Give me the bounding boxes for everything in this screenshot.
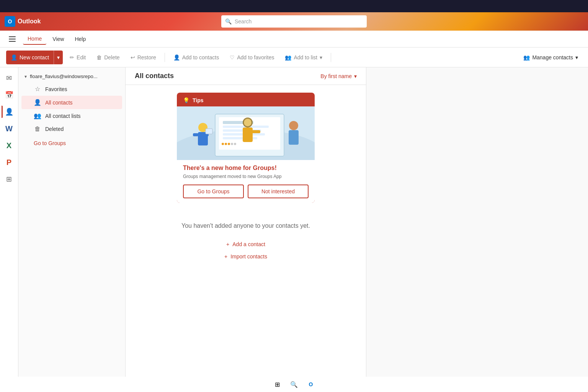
main-layout: ✉ 📅 👤 W X P ⊞ ▾ floare_flavius@windowsre… — [0, 67, 588, 392]
restore-icon: ↩ — [131, 54, 135, 60]
rail-word[interactable]: W — [2, 121, 17, 136]
sort-button[interactable]: By first name ▾ — [320, 73, 357, 79]
content-header: All contacts By first name ▾ — [126, 67, 366, 85]
svg-point-13 — [234, 143, 236, 145]
sidebar-item-all-contacts[interactable]: 👤 All contacts — [21, 96, 122, 109]
go-to-groups-button[interactable]: Go to Groups — [183, 185, 244, 198]
taskbar: ⊞ 🔍 O — [0, 377, 588, 392]
app-name: Outlook — [18, 18, 41, 25]
nav-bar: Home View Help — [0, 31, 588, 47]
tips-header-label: Tips — [193, 97, 204, 103]
go-to-groups-label: Go to Groups — [34, 140, 66, 146]
nav-help[interactable]: Help — [70, 34, 90, 44]
manage-chevron-icon: ▾ — [575, 54, 578, 60]
favorites-icon: ♡ — [230, 54, 235, 60]
svg-rect-20 — [243, 127, 253, 142]
rail-excel[interactable]: X — [2, 138, 17, 153]
list-icon: 👥 — [285, 54, 291, 60]
restore-button[interactable]: ↩ Restore — [127, 52, 160, 63]
icon-rail: ✉ 📅 👤 W X P ⊞ — [0, 67, 18, 392]
toolbar: 👤 New contact ▾ ✏ Edit 🗑 Delete ↩ Restor… — [0, 47, 588, 67]
rail-contacts[interactable]: 👤 — [2, 104, 17, 119]
sort-label: By first name — [320, 73, 352, 79]
sidebar-all-contacts-label: All contacts — [45, 100, 73, 106]
delete-label: Delete — [104, 54, 119, 60]
svg-point-10 — [225, 143, 227, 145]
restore-label: Restore — [137, 54, 156, 60]
favorites-icon: ☆ — [34, 85, 41, 93]
add-to-list-button[interactable]: 👥 Add to list ▾ — [281, 52, 326, 63]
add-to-favorites-button[interactable]: ♡ Add to favorites — [226, 52, 278, 63]
edit-label: Edit — [77, 54, 86, 60]
rail-powerpoint[interactable]: P — [2, 155, 17, 170]
rail-mail[interactable]: ✉ — [2, 70, 17, 86]
not-interested-button[interactable]: Not interested — [248, 185, 309, 198]
sidebar-item-all-lists[interactable]: 👥 All contact lists — [21, 109, 122, 122]
all-lists-icon: 👥 — [34, 112, 41, 119]
search-placeholder: Search — [235, 18, 252, 24]
hamburger-menu[interactable] — [6, 33, 18, 45]
add-contact-link[interactable]: + Add a contact — [226, 241, 265, 247]
tips-subtitle: Groups management moved to new Groups Ap… — [183, 174, 309, 179]
new-contact-dropdown[interactable]: ▾ — [54, 51, 63, 64]
manage-icon: 👥 — [523, 54, 530, 60]
sidebar-item-favorites[interactable]: ☆ Favorites — [21, 82, 122, 96]
nav-view[interactable]: View — [48, 34, 69, 44]
content-title: All contacts — [135, 72, 174, 80]
svg-rect-23 — [289, 130, 299, 145]
add-contacts-icon: 👤 — [173, 54, 180, 60]
svg-rect-21 — [252, 130, 260, 133]
nav-home[interactable]: Home — [23, 33, 46, 45]
chevron-down-icon: ▾ — [57, 54, 60, 60]
sidebar-favorites-label: Favorites — [45, 86, 67, 92]
add-to-list-chevron: ▾ — [320, 54, 322, 60]
account-chevron: ▾ — [24, 74, 27, 79]
search-bar[interactable]: 🔍 Search — [221, 15, 367, 28]
add-contact-label: Add a contact — [232, 241, 265, 247]
rail-apps[interactable]: ⊞ — [2, 172, 17, 187]
svg-point-19 — [244, 119, 252, 126]
account-email: floare_flavius@windowsrepo... — [30, 74, 98, 79]
person-add-icon: 👤 — [11, 54, 17, 60]
svg-rect-24 — [206, 129, 212, 134]
manage-contacts-button[interactable]: 👥 Manage contacts ▾ — [519, 52, 582, 63]
delete-button[interactable]: 🗑 Delete — [93, 52, 123, 63]
tips-bulb-icon: 💡 — [183, 97, 189, 103]
sort-chevron-icon: ▾ — [354, 73, 357, 79]
svg-point-22 — [289, 121, 298, 130]
content-body: 💡 Tips — [126, 85, 366, 392]
import-contacts-link[interactable]: + Import contacts — [224, 253, 267, 260]
add-to-contacts-label: Add to contacts — [182, 54, 219, 60]
edit-icon: ✏ — [70, 54, 74, 60]
taskbar-start[interactable]: ⊞ — [270, 377, 285, 391]
tips-title: There's a new home for Groups! — [183, 165, 309, 172]
go-to-groups-link[interactable]: Go to Groups — [21, 137, 122, 149]
right-panel — [366, 67, 588, 392]
taskbar-outlook[interactable]: O — [303, 377, 318, 391]
new-contact-main[interactable]: 👤 New contact — [6, 51, 54, 64]
tips-actions: Go to Groups Not interested — [183, 185, 309, 198]
deleted-icon: 🗑 — [34, 126, 41, 132]
content-area: All contacts By first name ▾ 💡 Tips — [126, 67, 366, 392]
holiday-banner: O Outlook 🔍 Search — [0, 12, 588, 31]
new-contact-label: New contact — [20, 54, 49, 60]
empty-message: You haven't added anyone to your contact… — [181, 221, 310, 230]
outlook-icon: O — [5, 16, 15, 27]
taskbar-search[interactable]: 🔍 — [286, 377, 302, 391]
search-icon: 🔍 — [225, 18, 232, 24]
add-to-contacts-button[interactable]: 👤 Add to contacts — [170, 52, 223, 63]
plus-icon-add: + — [226, 241, 229, 247]
svg-point-11 — [228, 143, 230, 145]
plus-icon-import: + — [224, 253, 227, 260]
tips-illustration — [177, 106, 315, 160]
sidebar-account[interactable]: ▾ floare_flavius@windowsrepo... — [18, 70, 125, 82]
separator-2 — [331, 53, 331, 62]
sidebar-all-lists-label: All contact lists — [45, 113, 81, 119]
tips-card: 💡 Tips — [177, 93, 315, 203]
sidebar-item-deleted[interactable]: 🗑 Deleted — [21, 122, 122, 136]
import-contacts-label: Import contacts — [230, 253, 267, 260]
edit-button[interactable]: ✏ Edit — [66, 52, 90, 63]
new-contact-button[interactable]: 👤 New contact ▾ — [6, 51, 63, 64]
add-to-favorites-label: Add to favorites — [237, 54, 274, 60]
rail-calendar[interactable]: 📅 — [2, 87, 17, 103]
